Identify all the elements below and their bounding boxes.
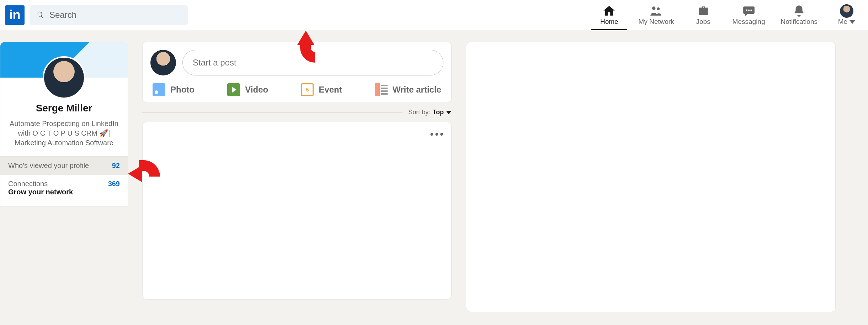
- svg-point-3: [748, 10, 749, 11]
- search-box[interactable]: [30, 5, 188, 25]
- nav-me-label: Me: [838, 18, 855, 26]
- profile-viewed-row[interactable]: Who's viewed your profile 92: [0, 157, 128, 175]
- divider: [142, 112, 403, 112]
- start-post-input[interactable]: [182, 50, 443, 75]
- compose-event-button[interactable]: Event: [301, 83, 342, 96]
- sort-prefix: Sort by:: [408, 109, 430, 116]
- svg-point-2: [746, 10, 747, 11]
- avatar-icon: [840, 4, 853, 18]
- middle-column: Photo Video Event Write article Sort by:: [142, 42, 452, 312]
- compose-photo-button[interactable]: Photo: [153, 83, 195, 96]
- nav-network[interactable]: My Network: [630, 0, 682, 30]
- home-icon: [602, 4, 616, 18]
- compose-photo-label: Photo: [170, 85, 195, 95]
- nav-home-label: Home: [600, 18, 618, 26]
- profile-card: Serge Miller Automate Prospecting on Lin…: [0, 42, 128, 206]
- profile-grow-label: Grow your network: [8, 188, 120, 196]
- photo-icon: [153, 83, 165, 96]
- left-column: Serge Miller Automate Prospecting on Lin…: [0, 42, 128, 312]
- compose-video-label: Video: [245, 85, 268, 95]
- right-card: [466, 42, 836, 312]
- profile-name[interactable]: Serge Miller: [7, 103, 121, 114]
- svg-point-0: [652, 6, 656, 10]
- top-nav: in Home My Network Jobs: [0, 0, 868, 30]
- nav-me[interactable]: Me: [825, 0, 868, 30]
- profile-avatar[interactable]: [43, 56, 85, 99]
- nav-notifications-label: Notifications: [781, 18, 818, 26]
- search-icon: [36, 11, 44, 19]
- nav-messaging-label: Messaging: [733, 18, 765, 26]
- compose-article-button[interactable]: Write article: [375, 83, 441, 96]
- profile-viewed-count: 92: [112, 162, 120, 170]
- compose-event-label: Event: [319, 85, 342, 95]
- feed-sort-row[interactable]: Sort by: Top: [142, 109, 452, 116]
- compose-video-button[interactable]: Video: [227, 83, 268, 96]
- profile-cover: [0, 42, 128, 78]
- chat-icon: [741, 4, 756, 18]
- profile-headline: Automate Prospecting on LinkedIn with O …: [7, 119, 121, 148]
- linkedin-logo[interactable]: in: [5, 5, 25, 25]
- calendar-icon: [301, 83, 314, 96]
- nav-network-label: My Network: [638, 18, 674, 26]
- search-input[interactable]: [49, 10, 181, 20]
- chevron-down-icon: [850, 20, 855, 24]
- nav-jobs-label: Jobs: [696, 18, 710, 26]
- svg-point-1: [657, 7, 660, 10]
- compose-card: Photo Video Event Write article: [142, 42, 452, 103]
- nav-messaging[interactable]: Messaging: [725, 0, 773, 30]
- post-menu-button[interactable]: •••: [149, 129, 445, 140]
- sort-value: Top: [432, 109, 444, 116]
- briefcase-icon: [696, 4, 710, 18]
- right-column: [466, 42, 836, 312]
- bell-icon: [792, 4, 806, 18]
- article-icon: [375, 83, 388, 96]
- nav-items: Home My Network Jobs Messaging Notificat: [588, 0, 868, 30]
- feed-post-card: •••: [142, 122, 452, 300]
- profile-connections-label: Connections: [8, 180, 48, 188]
- svg-point-4: [750, 10, 752, 11]
- video-icon: [227, 83, 240, 96]
- chevron-down-icon: [446, 111, 452, 114]
- profile-viewed-label: Who's viewed your profile: [8, 162, 89, 170]
- compose-article-label: Write article: [393, 85, 441, 95]
- nav-notifications[interactable]: Notifications: [773, 0, 826, 30]
- main-layout: Serge Miller Automate Prospecting on Lin…: [0, 30, 868, 312]
- compose-avatar[interactable]: [150, 50, 176, 75]
- nav-home[interactable]: Home: [588, 0, 630, 30]
- nav-jobs[interactable]: Jobs: [682, 0, 725, 30]
- profile-connections-row[interactable]: Connections 369 Grow your network: [0, 175, 128, 206]
- people-icon: [649, 4, 663, 18]
- profile-connections-count: 369: [108, 180, 120, 188]
